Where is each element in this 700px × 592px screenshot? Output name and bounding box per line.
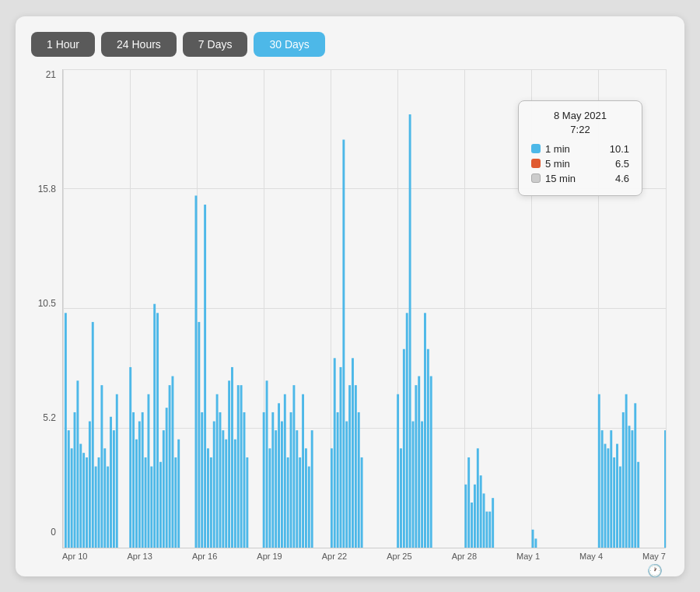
x-label-may7: May 7 <box>642 552 666 561</box>
svg-rect-113 <box>622 412 625 547</box>
svg-rect-47 <box>231 366 233 547</box>
svg-rect-110 <box>613 457 615 547</box>
x-label-apr25: Apr 25 <box>387 552 411 561</box>
svg-rect-80 <box>361 457 363 547</box>
y-label-52: 5.2 <box>43 412 56 423</box>
svg-rect-24 <box>148 394 150 547</box>
svg-rect-61 <box>287 457 289 547</box>
svg-rect-20 <box>135 439 138 547</box>
svg-rect-26 <box>153 303 156 547</box>
svg-rect-79 <box>358 412 360 547</box>
svg-rect-84 <box>406 313 408 548</box>
svg-rect-2 <box>71 448 73 548</box>
svg-rect-99 <box>483 493 485 548</box>
svg-rect-22 <box>142 412 144 547</box>
tooltip-swatch-15min <box>531 173 541 183</box>
tooltip-row-5min: 5 min 6.5 <box>531 158 629 170</box>
svg-rect-66 <box>302 394 304 547</box>
svg-rect-8 <box>89 421 91 547</box>
svg-rect-12 <box>100 385 103 548</box>
svg-rect-28 <box>159 461 162 547</box>
svg-rect-75 <box>345 421 348 547</box>
svg-rect-70 <box>331 448 333 548</box>
svg-rect-106 <box>601 430 604 548</box>
svg-rect-96 <box>474 484 476 547</box>
svg-rect-82 <box>400 448 402 548</box>
btn-24hours[interactable]: 24 Hours <box>101 32 177 57</box>
svg-rect-46 <box>228 380 230 548</box>
x-label-apr13: Apr 13 <box>127 552 152 561</box>
svg-rect-83 <box>403 349 405 547</box>
clock-icon: 🕐 <box>647 563 663 578</box>
svg-rect-92 <box>430 376 432 547</box>
svg-rect-67 <box>305 448 307 548</box>
svg-rect-76 <box>348 385 351 548</box>
svg-rect-15 <box>110 416 112 547</box>
svg-rect-50 <box>240 385 243 548</box>
svg-rect-85 <box>409 114 411 548</box>
toolbar: 1 Hour 24 Hours 7 Days 30 Days <box>31 32 666 57</box>
svg-rect-103 <box>532 529 534 547</box>
tooltip-row-15min: 15 min 4.6 <box>531 173 629 184</box>
svg-rect-10 <box>95 466 97 547</box>
tooltip-swatch-1min <box>531 144 541 153</box>
svg-rect-112 <box>619 466 621 547</box>
svg-rect-115 <box>628 426 631 548</box>
svg-rect-51 <box>243 412 246 547</box>
svg-rect-17 <box>116 394 118 547</box>
btn-7days[interactable]: 7 Days <box>183 32 248 57</box>
tooltip-label-15min: 15 min <box>545 173 611 184</box>
btn-30days[interactable]: 30 Days <box>254 32 324 57</box>
svg-rect-52 <box>246 457 248 547</box>
vgrid-9 <box>666 69 667 548</box>
svg-rect-36 <box>198 321 200 547</box>
svg-rect-91 <box>427 349 429 547</box>
btn-1hour[interactable]: 1 Hour <box>31 32 95 57</box>
svg-rect-74 <box>342 139 345 547</box>
svg-rect-53 <box>263 412 265 547</box>
svg-rect-6 <box>82 453 85 548</box>
svg-rect-34 <box>177 439 180 547</box>
svg-rect-104 <box>534 538 537 548</box>
svg-rect-72 <box>337 412 339 547</box>
svg-rect-98 <box>480 475 482 548</box>
tooltip-title: 8 May 2021 7:22 <box>531 109 629 137</box>
svg-rect-4 <box>76 380 79 548</box>
svg-rect-119 <box>664 430 666 548</box>
svg-rect-88 <box>418 376 420 547</box>
x-label-apr22: Apr 22 <box>322 552 347 561</box>
svg-rect-117 <box>634 403 636 548</box>
svg-rect-39 <box>207 448 209 548</box>
svg-rect-5 <box>79 443 82 547</box>
svg-rect-48 <box>234 439 236 547</box>
svg-rect-101 <box>488 511 491 547</box>
svg-rect-18 <box>129 366 131 547</box>
svg-rect-13 <box>103 448 106 548</box>
svg-rect-64 <box>296 430 298 548</box>
svg-rect-27 <box>156 313 159 548</box>
y-label-21: 21 <box>46 69 56 80</box>
svg-rect-118 <box>637 461 639 547</box>
svg-rect-44 <box>222 430 224 548</box>
svg-rect-0 <box>65 313 67 548</box>
svg-rect-45 <box>225 439 227 547</box>
x-axis: Apr 10 Apr 13 Apr 16 Apr 19 Apr 22 Apr 2… <box>62 552 666 561</box>
svg-rect-30 <box>166 408 168 548</box>
y-label-158: 15.8 <box>38 184 56 194</box>
tooltip-label-1min: 1 min <box>545 143 605 155</box>
svg-rect-111 <box>616 443 618 547</box>
svg-rect-109 <box>610 430 612 548</box>
svg-rect-32 <box>172 376 174 547</box>
tooltip-value-5min: 6.5 <box>615 158 629 170</box>
svg-rect-95 <box>471 502 473 547</box>
svg-rect-25 <box>150 466 152 547</box>
svg-rect-33 <box>174 457 177 547</box>
svg-rect-58 <box>278 403 280 548</box>
chart-container: 1 Hour 24 Hours 7 Days 30 Days 21 15.8 1… <box>16 16 684 576</box>
x-label-apr16: Apr 16 <box>192 552 217 561</box>
svg-rect-100 <box>485 511 488 547</box>
chart-area: 21 15.8 10.5 5.2 0 <box>31 69 666 561</box>
svg-rect-21 <box>138 421 141 547</box>
svg-rect-40 <box>210 457 212 547</box>
svg-rect-56 <box>271 412 274 547</box>
